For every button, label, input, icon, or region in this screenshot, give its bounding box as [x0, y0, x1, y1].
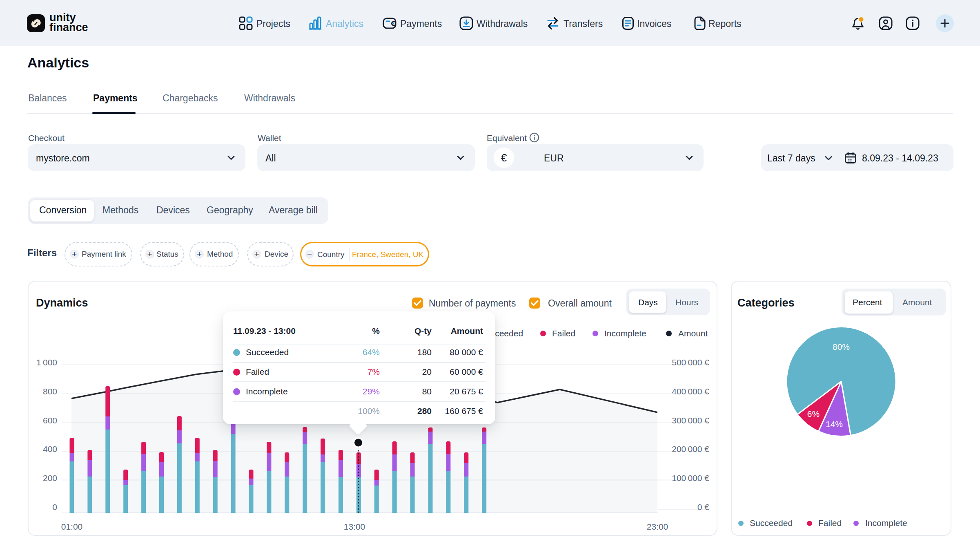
svg-text:6%: 6% [807, 409, 820, 418]
svg-text:80%: 80% [833, 342, 850, 351]
svg-text:14%: 14% [826, 419, 843, 429]
